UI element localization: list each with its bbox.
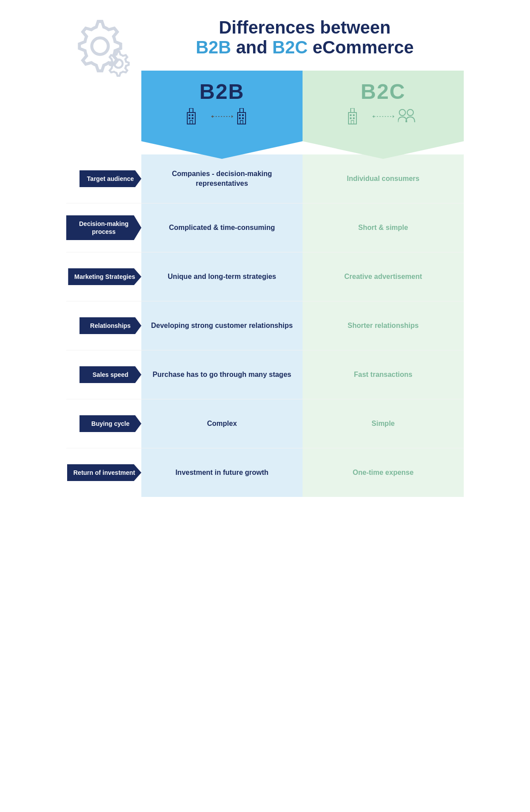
b2c-data-cell: Shorter relationships — [303, 301, 464, 350]
b2b-arrow-icon — [211, 114, 233, 119]
b2c-header: B2C — [303, 71, 464, 159]
b2b-data-cell: Investment in future growth — [141, 448, 303, 497]
data-rows: Target audience Companies - decision-mak… — [66, 154, 464, 497]
b2c-value: Simple — [371, 419, 394, 429]
svg-rect-24 — [353, 117, 355, 119]
row-label-badge: Relationships — [80, 317, 141, 334]
svg-rect-7 — [192, 117, 193, 119]
title-line1: Differences between — [196, 18, 414, 38]
title-b2b: B2B — [196, 38, 231, 57]
b2b-value: Purchase has to go through many stages — [153, 370, 292, 380]
svg-rect-4 — [189, 114, 190, 116]
svg-marker-10 — [231, 115, 233, 118]
b2c-data-cell: Short & simple — [303, 203, 464, 252]
b2c-data-cell: Creative advertisement — [303, 252, 464, 301]
svg-rect-20 — [351, 108, 354, 113]
svg-rect-13 — [240, 108, 243, 113]
table-row: Sales speed Purchase has to go through m… — [66, 350, 464, 399]
svg-rect-17 — [242, 117, 244, 119]
svg-rect-16 — [239, 117, 241, 119]
svg-point-0 — [92, 38, 108, 54]
row-label-col: Decision-making process — [66, 215, 141, 240]
row-label-badge: Marketing Strategies — [68, 268, 141, 285]
b2c-value: Short & simple — [358, 223, 408, 233]
title-section: Differences between B2B and B2C eCommerc… — [116, 18, 414, 57]
b2c-data-cell: Fast transactions — [303, 350, 464, 399]
svg-rect-18 — [240, 120, 243, 124]
b2b-data-cell: Purchase has to go through many stages — [141, 350, 303, 399]
b2c-data-cell: One-time expense — [303, 448, 464, 497]
b2c-value: Creative advertisement — [344, 272, 422, 282]
title-b2c: B2C — [273, 38, 308, 57]
b2b-value: Companies - decision-making representati… — [148, 169, 296, 189]
b2b-header-icons — [186, 108, 258, 125]
title-line2: B2B and B2C eCommerce — [196, 38, 414, 57]
svg-rect-12 — [238, 113, 246, 124]
b2b-header: B2B — [141, 71, 303, 159]
b2b-data-cell: Complex — [141, 399, 303, 448]
svg-point-29 — [399, 109, 405, 116]
svg-rect-23 — [350, 117, 352, 119]
row-label-badge: Decision-making process — [66, 215, 141, 240]
table-row: Return of investment Investment in futur… — [66, 448, 464, 497]
svg-marker-11 — [211, 115, 213, 118]
b2c-header-icons — [348, 108, 419, 125]
b2c-arrow-icon — [372, 114, 394, 119]
b2b-title: B2B — [199, 79, 244, 104]
table-row: Buying cycle Complex Simple — [66, 399, 464, 448]
main-content: B2B — [66, 71, 464, 497]
b2c-people-icon — [398, 108, 419, 125]
svg-rect-22 — [353, 114, 355, 116]
b2b-value: Developing strong customer relationships — [151, 321, 293, 331]
b2b-building-left-icon — [186, 108, 208, 125]
b2b-data-cell: Companies - decision-making representati… — [141, 154, 303, 203]
b2c-data-cell: Simple — [303, 399, 464, 448]
b2c-title: B2C — [360, 79, 405, 104]
title-ecom: eCommerce — [313, 38, 414, 57]
table-row: Marketing Strategies Unique and long-ter… — [66, 252, 464, 301]
row-label-col: Sales speed — [66, 366, 141, 383]
b2b-data-cell: Developing strong customer relationships — [141, 301, 303, 350]
svg-rect-19 — [348, 113, 356, 124]
b2c-value: Shorter relationships — [348, 321, 419, 331]
b2c-value: Fast transactions — [354, 370, 412, 380]
column-headers: B2B — [141, 71, 464, 159]
b2b-data-cell: Complicated & time-consuming — [141, 203, 303, 252]
b2b-value: Investment in future growth — [175, 468, 269, 477]
svg-rect-3 — [189, 108, 193, 113]
b2c-value: One-time expense — [353, 468, 414, 477]
row-label-col: Relationships — [66, 317, 141, 334]
svg-rect-2 — [187, 113, 195, 124]
svg-rect-15 — [242, 114, 244, 116]
svg-rect-8 — [190, 120, 193, 124]
svg-marker-28 — [372, 115, 374, 118]
row-label-badge: Return of investment — [67, 464, 141, 481]
b2b-value: Unique and long-term strategies — [168, 272, 276, 282]
svg-marker-27 — [393, 115, 394, 118]
table-row: Decision-making process Complicated & ti… — [66, 203, 464, 252]
b2b-data-cell: Unique and long-term strategies — [141, 252, 303, 301]
svg-rect-14 — [239, 114, 241, 116]
table-row: Relationships Developing strong customer… — [66, 301, 464, 350]
row-label-badge: Sales speed — [80, 366, 141, 383]
svg-rect-21 — [350, 114, 352, 116]
row-label-col: Target audience — [66, 170, 141, 187]
row-label-col: Return of investment — [66, 464, 141, 481]
row-label-badge: Target audience — [80, 170, 141, 187]
svg-point-30 — [407, 109, 413, 116]
b2c-building-icon — [348, 108, 369, 125]
b2b-value: Complex — [207, 419, 237, 429]
svg-rect-5 — [192, 114, 193, 116]
b2c-value: Individual consumers — [347, 174, 419, 184]
b2c-data-cell: Individual consumers — [303, 154, 464, 203]
table-row: Target audience Companies - decision-mak… — [66, 154, 464, 203]
row-label-badge: Buying cycle — [80, 415, 141, 432]
title-and: and — [236, 38, 272, 57]
svg-rect-6 — [189, 117, 190, 119]
svg-rect-25 — [351, 120, 354, 124]
b2b-value: Complicated & time-consuming — [169, 223, 275, 233]
row-label-col: Marketing Strategies — [66, 268, 141, 285]
row-label-col: Buying cycle — [66, 415, 141, 432]
b2b-building-right-icon — [237, 108, 258, 125]
